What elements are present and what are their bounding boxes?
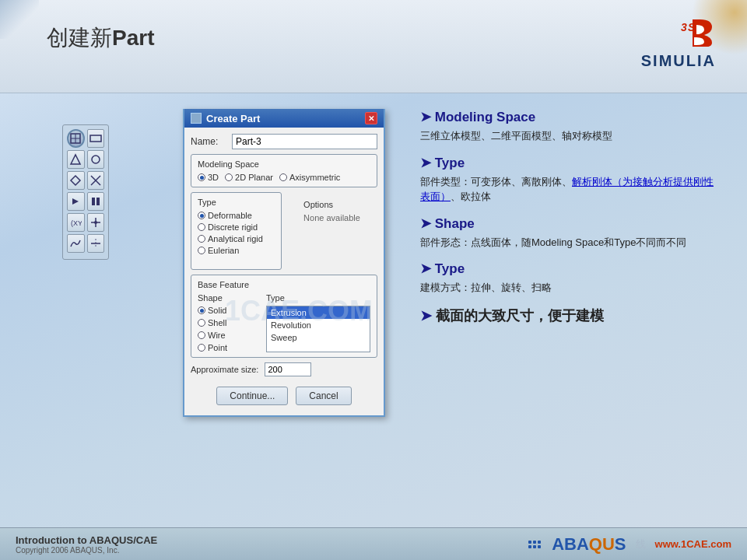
type-list-header: Type (266, 293, 370, 303)
tool-button-2[interactable] (87, 129, 104, 148)
heading-shape: Shape (420, 215, 716, 232)
body-type-part1: 部件类型：可变形体、离散刚体、 (420, 176, 572, 187)
approx-size-input[interactable] (265, 362, 311, 376)
dialog-container: Create Part ✕ Name: Modeling Space 3D (183, 109, 385, 417)
type-list-column: Type Extrusion Revolution Sweep (266, 293, 370, 352)
radio-axisymmetric[interactable]: Axisymmetric (279, 173, 340, 182)
section-shape: Shape 部件形态：点线面体，随Modeling Space和Type不同而不… (420, 215, 716, 250)
heading-modeling-space-text: Modeling Space (435, 110, 535, 124)
shape-column: Shape Solid Shell Wire (198, 293, 260, 352)
radio-wire-circle (198, 331, 205, 339)
tool-button-8[interactable] (87, 192, 105, 211)
name-input[interactable] (232, 134, 377, 149)
svg-text:(XYZ): (XYZ) (71, 219, 82, 227)
cancel-button[interactable]: Cancel (296, 387, 351, 405)
radio-wire[interactable]: Wire (198, 331, 260, 340)
body-type-2: 建模方式：拉伸、旋转、扫略 (420, 280, 716, 296)
top-bar: 创建新Part 3 S SIMULIA (0, 0, 747, 93)
abaqus-logo: ABAQUS (552, 534, 626, 555)
radio-2d-planar[interactable]: 2D Planar (225, 173, 273, 182)
title-bold: Part (112, 26, 154, 50)
radio-deformable[interactable]: Deformable (198, 211, 275, 220)
heading-approx: 截面的大致尺寸，便于建模 (420, 306, 716, 325)
svg-rect-5 (90, 135, 101, 142)
radio-deformable-circle (198, 212, 205, 219)
shape-col-header: Shape (198, 293, 260, 303)
base-feature-columns: Shape Solid Shell Wire (198, 293, 370, 352)
radio-discrete-rigid[interactable]: Discrete rigid (198, 222, 275, 232)
heading-shape-text: Shape (435, 216, 475, 231)
tool-button-create-part[interactable] (67, 129, 85, 148)
radio-wire-label: Wire (208, 331, 226, 340)
type-item-revolution[interactable]: Revolution (267, 319, 370, 331)
section-approx: 截面的大致尺寸，便于建模 (420, 306, 716, 325)
svg-rect-9 (92, 198, 95, 205)
body-type-part2: 、欧拉体 (451, 191, 491, 202)
radio-3d[interactable]: 3D (198, 173, 219, 182)
type-list: Extrusion Revolution Sweep (266, 306, 370, 352)
heading-approx-text: 截面的大致尺寸，便于建模 (436, 308, 604, 324)
radio-eulerian-circle (198, 247, 205, 254)
body-type: 部件类型：可变形体、离散刚体、解析刚体（为接触分析提供刚性表面）、欧拉体 (420, 174, 716, 205)
options-column: Options None available (286, 192, 377, 275)
tool-button-9[interactable]: (XYZ) (67, 213, 85, 232)
heading-type-2-text: Type (435, 261, 465, 276)
website-text: www.1CAE.com (655, 538, 731, 550)
radio-eulerian[interactable]: Eulerian (198, 246, 275, 255)
radio-point-circle (198, 344, 205, 352)
tool-row-5: (XYZ) (67, 213, 104, 232)
heading-type: Type (420, 155, 716, 171)
radio-3d-label: 3D (208, 173, 219, 182)
radio-2d-circle (225, 173, 233, 181)
name-label: Name: (191, 136, 226, 147)
section-type-2: Type 建模方式：拉伸、旋转、扫略 (420, 261, 716, 296)
body-shape: 部件形态：点线面体，随Modeling Space和Type不同而不同 (420, 235, 716, 250)
tool-button-5[interactable] (67, 171, 85, 190)
radio-analytical-rigid[interactable]: Analytical rigid (198, 234, 275, 243)
radio-solid-circle (198, 306, 205, 314)
abaqus-us: S (615, 534, 626, 554)
copyright-text: Copyright 2006 ABAQUS, Inc. (16, 546, 157, 555)
continue-button[interactable]: Continue... (216, 387, 288, 405)
radio-point[interactable]: Point (198, 343, 260, 352)
title-prefix: 创建新 (47, 26, 112, 50)
radio-analytical-circle (198, 235, 205, 243)
tool-button-3[interactable] (67, 150, 85, 169)
toolbar-area: (XYZ) (62, 124, 109, 260)
svg-rect-10 (96, 198, 100, 205)
heading-type-text: Type (435, 156, 465, 170)
tool-button-7[interactable] (67, 192, 85, 211)
type-item-sweep[interactable]: Sweep (267, 331, 370, 344)
options-none-text: None available (303, 213, 360, 222)
tool-button-6[interactable] (87, 171, 105, 190)
modeling-space-radios: 3D 2D Planar Axisymmetric (198, 173, 370, 182)
tool-button-12[interactable] (87, 234, 105, 253)
body-modeling-space: 三维立体模型、二维平面模型、轴对称模型 (420, 128, 716, 144)
type-item-extrusion[interactable]: Extrusion (267, 306, 370, 319)
radio-axisym-label: Axisymmetric (289, 173, 340, 182)
dialog-close-button[interactable]: ✕ (365, 112, 377, 124)
main-content: (XYZ) (0, 93, 747, 529)
heading-modeling-space: Modeling Space (420, 109, 716, 125)
base-feature-group: Base Feature Shape Solid Shell (191, 275, 377, 358)
radio-2d-label: 2D Planar (235, 173, 273, 182)
radio-eulerian-label: Eulerian (208, 246, 239, 255)
tool-button-4[interactable] (87, 150, 105, 169)
modeling-space-group: Modeling Space 3D 2D Planar Axisymmet (191, 154, 377, 187)
radio-shell[interactable]: Shell (198, 318, 260, 327)
page-title: 创建新Part (47, 23, 154, 53)
abaqus-ab: ABA (552, 534, 589, 554)
type-group-label: Type (198, 198, 275, 207)
radio-shell-label: Shell (208, 318, 226, 327)
section-modeling-space: Modeling Space 三维立体模型、二维平面模型、轴对称模型 (420, 109, 716, 144)
ds-brand-icon: 3 S (641, 16, 716, 52)
tool-row-3 (67, 171, 104, 190)
abaqus-aq: QU (589, 534, 615, 554)
tool-button-10[interactable] (87, 213, 105, 232)
tool-button-11[interactable] (67, 234, 85, 253)
bottom-right: ABAQUS 线 www.1CAE.com (528, 534, 731, 555)
radio-solid[interactable]: Solid (198, 306, 260, 315)
svg-text:3: 3 (681, 21, 687, 33)
dialog-titlebar: Create Part ✕ (184, 109, 384, 128)
intro-title: Introduction to ABAQUS/CAE (16, 534, 157, 546)
